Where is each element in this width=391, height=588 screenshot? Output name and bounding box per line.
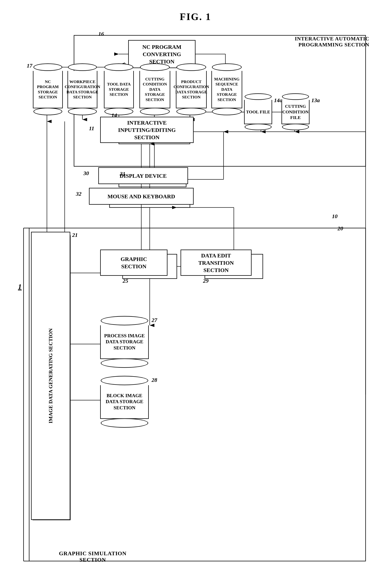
ref-17: 17 — [27, 62, 32, 69]
svg-rect-35 — [29, 228, 366, 561]
cutting-condition-file-cylinder: CUTTINGCONDITIONFILE — [282, 93, 309, 130]
ref-13a: 13a — [311, 97, 320, 104]
tool-data-cylinder: TOOL DATASTORAGESECTION — [104, 63, 134, 115]
ref-14a: 14a — [274, 97, 283, 104]
graphic-section-box: GRAPHICSECTION — [100, 250, 168, 276]
interactive-inputting-box: INTERACTIVEINPUTTING/EDITINGSECTION — [100, 117, 194, 143]
diagram: 16 INTERACTIVE AUTOMATICPROGRAMMING SECT… — [18, 30, 373, 572]
ref-29: 29 — [203, 278, 208, 284]
ref-32: 32 — [76, 191, 82, 197]
process-image-cylinder: PROCESS IMAGEDATA STORAGESECTION — [100, 316, 149, 368]
figure-title: FIG. 1 — [15, 11, 376, 22]
nc-program-storage-cylinder: NC PROGRAMSTORAGESECTION — [33, 63, 63, 115]
tool-file-cylinder: TOOL FILE — [244, 93, 272, 130]
data-edit-transition-box: DATA EDITTRANSITIONSECTION — [181, 250, 252, 276]
mouse-keyboard-box: MOUSE AND KEYBOARD — [89, 188, 194, 205]
ref-31: 31 — [120, 171, 125, 177]
interactive-auto-prog-label: INTERACTIVE AUTOMATICPROGRAMMING SECTION — [295, 36, 369, 48]
ref-10: 10 — [332, 213, 338, 219]
ref-20: 20 — [338, 225, 343, 232]
workpiece-config-cylinder: WORKPIECECONFIGURATIONDATA STORAGESECTIO… — [68, 63, 98, 115]
machining-sequence-cylinder: MACHININGSEQUENCEDATA STORAGESECTION — [211, 63, 242, 115]
ref-30: 30 — [83, 170, 89, 176]
ref-1: 1 — [18, 282, 22, 291]
ref-27: 27 — [152, 317, 157, 323]
page: FIG. 1 — [0, 0, 391, 588]
ref-21: 21 — [72, 232, 78, 238]
block-image-cylinder: BLOCK IMAGEDATA STORAGESECTION — [100, 376, 149, 428]
product-config-cylinder: PRODUCTCONFIGURATIONDATA STORAGESECTION — [176, 63, 207, 115]
ref-25: 25 — [123, 278, 128, 284]
ref-11: 11 — [89, 125, 94, 132]
ref-28: 28 — [152, 377, 157, 383]
display-device-box: DISPLAY DEVICE — [98, 167, 188, 184]
image-generating-box: IMAGE DATA GENERATING SECTION — [31, 232, 70, 520]
graphic-simulation-label: GRAPHIC SIMULATIONSECTION — [55, 550, 130, 563]
ref-16: 16 — [98, 31, 104, 37]
cutting-condition-cylinder: CUTTINGCONDITIONDATA STORAGESECTION — [139, 63, 170, 115]
